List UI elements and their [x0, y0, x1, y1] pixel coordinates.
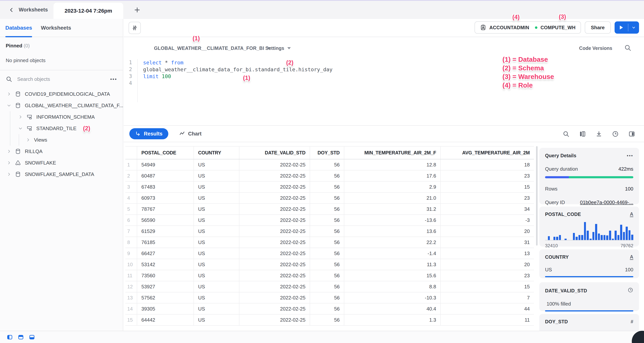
cell-date-valid-std[interactable]: 2022-02-25	[239, 182, 310, 192]
cell-date-valid-std[interactable]: 2022-02-25	[239, 314, 310, 325]
cell-doy-std[interactable]: 56	[310, 215, 344, 226]
table-row[interactable]: 1 54949 US 2022-02-25 56 12.8 18	[125, 159, 534, 170]
cell-country[interactable]: US	[194, 281, 239, 292]
toggle-editor-layout-icon[interactable]	[18, 335, 23, 339]
chevron-down-icon[interactable]	[18, 126, 22, 130]
download-button[interactable]	[595, 130, 603, 138]
query-history-button[interactable]	[612, 130, 619, 138]
cell-avg-temperature[interactable]: 44	[441, 304, 534, 314]
tab-databases[interactable]: Databases	[5, 19, 32, 37]
query-details-menu[interactable]: •••	[627, 153, 633, 158]
cell-postal-code[interactable]: 78767	[137, 204, 194, 214]
column-header-doy-std[interactable]: DOY_STD	[310, 146, 344, 159]
cell-avg-temperature[interactable]: 34	[441, 204, 534, 214]
toggle-sidebar-layout-icon[interactable]	[7, 335, 12, 339]
tree-item-snowflake-sample-data[interactable]: SNOWFLAKE_SAMPLE_DATA	[0, 168, 123, 180]
cell-min-temperature[interactable]: 15.6	[344, 270, 441, 281]
cell-avg-temperature[interactable]: 15	[441, 182, 534, 192]
cell-min-temperature[interactable]: -13.6	[344, 215, 441, 226]
sidebar-more-menu[interactable]: •••	[110, 76, 117, 82]
cell-country[interactable]: US	[194, 259, 239, 270]
cell-postal-code[interactable]: 56590	[137, 215, 194, 226]
role-warehouse-selector[interactable]: ACCOUNTADMIN COMPUTE_WH	[474, 22, 581, 34]
tree-item-snowflake[interactable]: SNOWFLAKE	[0, 157, 123, 168]
chevron-right-icon[interactable]	[26, 138, 30, 142]
tab-chart[interactable]: Chart	[179, 131, 202, 137]
table-scrollbar[interactable]	[536, 146, 538, 246]
column-header-country[interactable]: COUNTRY	[194, 146, 239, 159]
cell-avg-temperature[interactable]: 15	[441, 281, 534, 292]
cell-country[interactable]: US	[194, 237, 239, 248]
cell-postal-code[interactable]: 57562	[137, 292, 194, 303]
cell-date-valid-std[interactable]: 2022-02-25	[239, 259, 310, 270]
table-row[interactable]: 3 67483 US 2022-02-25 56 2.9 15	[125, 182, 534, 192]
cell-postal-code[interactable]: 53142	[137, 259, 194, 270]
cell-postal-code[interactable]: 54949	[137, 159, 194, 170]
cell-min-temperature[interactable]: 21.0	[344, 192, 441, 203]
column-header-postal-code[interactable]: POSTAL_CODE	[137, 146, 194, 159]
table-row[interactable]: 15 64442 US 2022-02-25 56 1.3 11	[125, 314, 534, 326]
cell-date-valid-std[interactable]: 2022-02-25	[239, 292, 310, 303]
cell-country[interactable]: US	[194, 192, 239, 203]
cell-min-temperature[interactable]: 12.8	[344, 159, 441, 170]
tree-item-information-schema[interactable]: INFORMATION_SCHEMA	[10, 111, 123, 123]
cell-country[interactable]: US	[194, 304, 239, 314]
cell-min-temperature[interactable]: 40.4	[344, 304, 441, 314]
settings-dropdown[interactable]: Settings	[265, 42, 291, 55]
cell-date-valid-std[interactable]: 2022-02-25	[239, 304, 310, 314]
cell-country[interactable]: US	[194, 215, 239, 226]
chevron-right-icon[interactable]	[18, 115, 22, 119]
cell-doy-std[interactable]: 56	[310, 270, 344, 281]
cell-avg-temperature[interactable]: 7	[441, 292, 534, 303]
table-row[interactable]: 9 66427 US 2022-02-25 56 -1.4 13	[125, 248, 534, 259]
cell-postal-code[interactable]: 76185	[137, 237, 194, 248]
cell-country[interactable]: US	[194, 159, 239, 170]
toggle-results-layout-icon[interactable]	[30, 335, 34, 339]
cell-min-temperature[interactable]: 22.2	[344, 237, 441, 248]
query-id-link[interactable]: 01b0ee7a-0000-4469-...	[580, 200, 633, 206]
column-header-avg-temperature[interactable]: AVG_TEMPERATURE_AIR_2M	[441, 146, 534, 159]
cell-avg-temperature[interactable]: 20	[441, 259, 534, 270]
table-row[interactable]: 11 73560 US 2022-02-25 56 15.6 23	[125, 270, 534, 281]
cell-date-valid-std[interactable]: 2022-02-25	[239, 204, 310, 214]
cell-doy-std[interactable]: 56	[310, 314, 344, 325]
run-options-button[interactable]	[628, 26, 639, 30]
cell-date-valid-std[interactable]: 2022-02-25	[239, 170, 310, 181]
chevron-right-icon[interactable]	[7, 161, 11, 165]
table-row[interactable]: 6 56590 US 2022-02-25 56 -13.6 -3	[125, 215, 534, 226]
chevron-down-icon[interactable]	[7, 104, 11, 108]
cell-doy-std[interactable]: 56	[310, 304, 344, 314]
cell-postal-code[interactable]: 61529	[137, 226, 194, 236]
cell-date-valid-std[interactable]: 2022-02-25	[239, 215, 310, 226]
cell-min-temperature[interactable]: 8.8	[344, 281, 441, 292]
tree-item-global-weather[interactable]: GLOBAL_WEATHER__CLIMATE_DATA_F... (1)	[0, 100, 123, 111]
cell-country[interactable]: US	[194, 170, 239, 181]
cell-min-temperature[interactable]: -10.3	[344, 292, 441, 303]
cell-avg-temperature[interactable]: 23	[441, 270, 534, 281]
share-button[interactable]: Share	[585, 22, 611, 34]
table-row[interactable]: 10 53142 US 2022-02-25 56 11.3 20	[125, 259, 534, 270]
cell-country[interactable]: US	[194, 248, 239, 259]
object-search[interactable]: Search objects •••	[0, 70, 123, 88]
cell-doy-std[interactable]: 56	[310, 159, 344, 170]
cell-min-temperature[interactable]: 31.2	[344, 204, 441, 214]
cell-avg-temperature[interactable]: 23	[441, 170, 534, 181]
cell-doy-std[interactable]: 56	[310, 237, 344, 248]
search-results-button[interactable]	[562, 130, 570, 138]
tree-item-rillqa[interactable]: RILLQA	[0, 146, 123, 157]
tree-item-covid19[interactable]: COVID19_EPIDEMIOLOGICAL_DATA	[0, 88, 123, 100]
code-line[interactable]: 4	[124, 80, 644, 86]
cell-avg-temperature[interactable]: 23	[441, 192, 534, 203]
column-header-date-valid-std[interactable]: DATE_VALID_STD	[239, 146, 310, 159]
new-worksheet-button[interactable]	[133, 6, 141, 14]
tab-worksheets[interactable]: Worksheets	[41, 19, 71, 37]
cell-country[interactable]: US	[194, 226, 239, 236]
table-row[interactable]: 4 60973 US 2022-02-25 56 21.0 23	[125, 192, 534, 204]
table-row[interactable]: 8 76185 US 2022-02-25 56 22.2 31	[125, 237, 534, 248]
run-button[interactable]	[614, 25, 628, 30]
editor-search-button[interactable]	[624, 44, 632, 52]
cell-doy-std[interactable]: 56	[310, 292, 344, 303]
cell-doy-std[interactable]: 56	[310, 182, 344, 192]
cell-postal-code[interactable]: 39305	[137, 304, 194, 314]
cell-postal-code[interactable]: 73560	[137, 270, 194, 281]
